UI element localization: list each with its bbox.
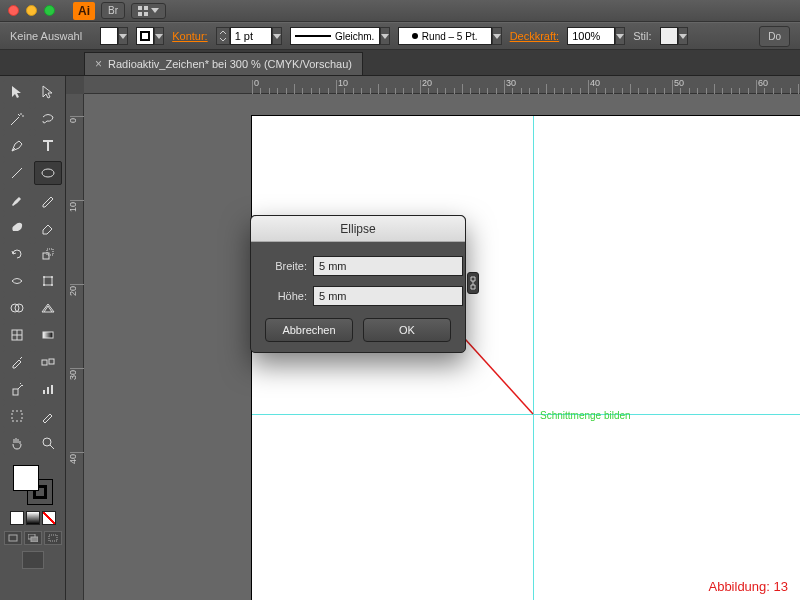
svg-rect-7 [43, 253, 49, 259]
direct-selection-tool[interactable] [34, 80, 62, 104]
svg-line-26 [50, 445, 54, 449]
perspective-grid-tool[interactable] [34, 296, 62, 320]
chevron-down-icon [381, 34, 389, 39]
brush-dropdown[interactable] [492, 27, 502, 45]
blend-tool[interactable] [34, 350, 62, 374]
selection-tool[interactable] [3, 80, 31, 104]
color-mode-none[interactable] [42, 511, 56, 525]
document-tab[interactable]: × Radioaktiv_Zeichen* bei 300 % (CMYK/Vo… [84, 52, 363, 75]
stroke-swatch-dropdown[interactable] [154, 27, 164, 45]
width-input[interactable] [313, 256, 463, 276]
eraser-tool[interactable] [34, 215, 62, 239]
opacity-panel-link[interactable]: Deckkraft: [510, 30, 560, 42]
chevron-down-icon [493, 34, 501, 39]
close-tab-icon[interactable]: × [95, 57, 102, 71]
type-tool[interactable] [34, 134, 62, 158]
svg-point-13 [51, 284, 53, 286]
window-controls [8, 5, 55, 16]
column-graph-tool[interactable] [34, 377, 62, 401]
minimize-window-button[interactable] [26, 5, 37, 16]
close-window-button[interactable] [8, 5, 19, 16]
horizontal-ruler[interactable]: 010203040506070 [84, 76, 800, 94]
rotate-tool[interactable] [3, 242, 31, 266]
width-tool[interactable] [3, 269, 31, 293]
draw-behind[interactable] [24, 531, 42, 545]
stroke-profile-dropdown[interactable] [380, 27, 390, 45]
svg-rect-21 [43, 390, 45, 394]
svg-point-10 [43, 276, 45, 278]
svg-rect-1 [144, 6, 148, 10]
stroke-profile-select[interactable]: Gleichm. [290, 27, 380, 45]
maximize-window-button[interactable] [44, 5, 55, 16]
stroke-swatch[interactable] [136, 27, 154, 45]
stepper-icon [219, 30, 227, 42]
paintbrush-tool[interactable] [3, 188, 31, 212]
color-mode-gradient[interactable] [26, 511, 40, 525]
color-mode-color[interactable] [10, 511, 24, 525]
stroke-weight-stepper[interactable] [216, 27, 230, 45]
slice-tool[interactable] [34, 404, 62, 428]
document-setup-button[interactable]: Do [759, 26, 790, 47]
artboard[interactable]: Schnittmenge bilden [252, 116, 800, 600]
graphic-style-dropdown[interactable] [678, 27, 688, 45]
graphic-style-swatch[interactable] [660, 27, 678, 45]
svg-rect-8 [47, 249, 53, 255]
chevron-down-icon [151, 8, 159, 13]
svg-rect-23 [51, 385, 53, 394]
screen-mode-button[interactable] [22, 551, 44, 569]
height-input[interactable] [313, 286, 463, 306]
fill-swatch-dropdown[interactable] [118, 27, 128, 45]
hand-tool[interactable] [3, 431, 31, 455]
opacity-dropdown[interactable] [615, 27, 625, 45]
svg-point-12 [43, 284, 45, 286]
dialog-title: Ellipse [251, 216, 465, 242]
constrain-proportions-button[interactable] [467, 272, 479, 294]
line-tool[interactable] [3, 161, 31, 185]
ok-button[interactable]: OK [363, 318, 451, 342]
zoom-tool[interactable] [34, 431, 62, 455]
magic-wand-tool[interactable] [3, 107, 31, 131]
shape-builder-tool[interactable] [3, 296, 31, 320]
vertical-ruler[interactable]: 010203040 [66, 94, 84, 600]
fill-indicator[interactable] [13, 465, 39, 491]
draw-normal[interactable] [4, 531, 22, 545]
vertical-guide[interactable] [533, 116, 534, 600]
svg-rect-0 [138, 6, 142, 10]
opacity-input[interactable] [567, 27, 615, 45]
stroke-panel-link[interactable]: Kontur: [172, 30, 207, 42]
svg-rect-9 [44, 277, 52, 285]
cancel-button[interactable]: Abbrechen [265, 318, 353, 342]
chevron-down-icon [616, 34, 624, 39]
link-icon [468, 276, 478, 290]
svg-rect-18 [42, 360, 47, 365]
eyedropper-tool[interactable] [3, 350, 31, 374]
gradient-tool[interactable] [34, 323, 62, 347]
brush-select[interactable]: Rund – 5 Pt. [398, 27, 492, 45]
stroke-weight-input[interactable] [230, 27, 272, 45]
window-titlebar: Ai Br [0, 0, 800, 22]
stroke-profile-label: Gleichm. [335, 31, 374, 42]
horizontal-guide[interactable] [252, 414, 800, 415]
draw-inside[interactable] [44, 531, 62, 545]
svg-rect-20 [13, 389, 18, 395]
lasso-tool[interactable] [34, 107, 62, 131]
stroke-weight-dropdown[interactable] [272, 27, 282, 45]
pen-tool[interactable] [3, 134, 31, 158]
figure-caption: Abbildung: 13 [708, 579, 788, 594]
mesh-tool[interactable] [3, 323, 31, 347]
fill-swatch[interactable] [100, 27, 118, 45]
scale-tool[interactable] [34, 242, 62, 266]
chevron-down-icon [119, 34, 127, 39]
symbol-sprayer-tool[interactable] [3, 377, 31, 401]
pencil-tool[interactable] [34, 188, 62, 212]
artboard-tool[interactable] [3, 404, 31, 428]
blob-brush-tool[interactable] [3, 215, 31, 239]
ellipse-tool[interactable] [34, 161, 62, 185]
arrange-documents-button[interactable] [131, 3, 166, 19]
free-transform-tool[interactable] [34, 269, 62, 293]
bridge-button[interactable]: Br [101, 2, 125, 19]
smart-guide-label: Schnittmenge bilden [540, 410, 631, 421]
fill-stroke-indicator[interactable] [13, 465, 53, 505]
svg-rect-22 [47, 387, 49, 394]
svg-rect-27 [9, 535, 17, 541]
